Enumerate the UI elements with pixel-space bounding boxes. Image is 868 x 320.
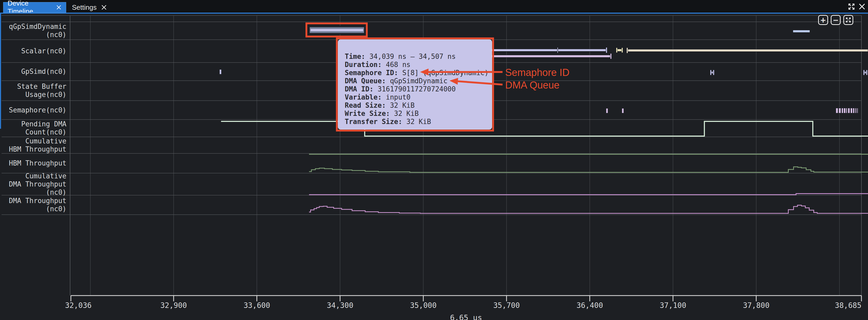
axis-tick-label: 37,100: [660, 301, 686, 310]
row-label-cumulative-hbm: CumulativeHBM Throughput: [0, 137, 70, 153]
axis-tick-label: 35,000: [410, 301, 437, 310]
tooltip-field: Read Size: 32 KiB: [345, 101, 492, 110]
panel-accent-border: [0, 12, 868, 14]
zoom-fit-button[interactable]: [843, 15, 853, 25]
axis-tick-label: 35,700: [493, 301, 520, 310]
close-icon[interactable]: [101, 4, 107, 10]
axis-tick-label: 34,300: [327, 301, 353, 310]
tooltip-field: Semaphore ID: S[8] (qGpSimdDynamic): [345, 69, 492, 77]
axis-tick-label: 38,685: [835, 301, 862, 310]
tab-settings[interactable]: Settings: [68, 2, 113, 12]
tooltip-field: DMA ID: 3161790117270724000: [345, 85, 492, 93]
tooltip-field: Write Size: 32 KiB: [345, 110, 492, 118]
tab-label: Settings: [72, 3, 97, 11]
tab-bar: Device Timeline Settings: [0, 0, 868, 12]
tooltip-field: Variable: input0: [345, 93, 492, 101]
event-tooltip: Time: 34,039 ns – 34,507 ns Duration: 46…: [338, 39, 492, 129]
panel-accent-border-left: [0, 14, 1, 129]
tooltip-field: Duration: 468 ns: [345, 61, 492, 69]
device-timeline-panel: Device Timeline Settings + − qGp: [0, 0, 868, 320]
close-icon[interactable]: [56, 4, 62, 10]
row-label-gpsimd: GpSimd(nc0): [0, 62, 70, 81]
axis-tick-label: 33,600: [244, 301, 270, 310]
tooltip-field: DMA Queue: qGpSimdDynamic: [345, 77, 492, 85]
zoom-out-button[interactable]: −: [831, 15, 841, 25]
tooltip-field: Time: 34,039 ns – 34,507 ns: [345, 53, 492, 61]
tooltip-field: Transfer Size: 32 KiB: [345, 118, 492, 126]
row-label-dma: DMA Throughput(nc0): [0, 195, 70, 215]
row-label-hbm: HBM Throughput: [0, 153, 70, 173]
axis-tick-label: 32,036: [65, 301, 92, 310]
zoom-in-button[interactable]: +: [818, 15, 828, 25]
row-label-scalar: Scalar(nc0): [0, 40, 70, 62]
annotation-label-semaphore-id: Semaphore ID: [505, 67, 569, 78]
expand-arrows-icon: [845, 17, 851, 23]
expand-arrows-icon[interactable]: [847, 3, 856, 10]
tab-device-timeline[interactable]: Device Timeline: [3, 2, 66, 12]
row-label-qgpsimddynamic: qGpSimdDynamic(nc0): [0, 22, 70, 40]
axis-duration-label: 6.65 us: [450, 313, 482, 320]
row-label-state-buffer: State BufferUsage(nc0): [0, 81, 70, 100]
axis-tick-label: 36,400: [577, 301, 603, 310]
row-label-semaphore: Semaphore(nc0): [0, 100, 70, 120]
row-label-cumulative-dma: CumulativeDMA Throughput(nc0): [0, 173, 70, 195]
close-icon[interactable]: [858, 3, 866, 10]
annotation-label-dma-queue: DMA Queue: [505, 80, 559, 91]
axis-tick-label: 37,800: [743, 301, 770, 310]
axis-tick-label: 32,900: [160, 301, 187, 310]
plus-icon: +: [820, 16, 826, 24]
row-label-pending-dma: Pending DMACount(nc0): [0, 120, 70, 137]
minus-icon: −: [833, 16, 839, 24]
